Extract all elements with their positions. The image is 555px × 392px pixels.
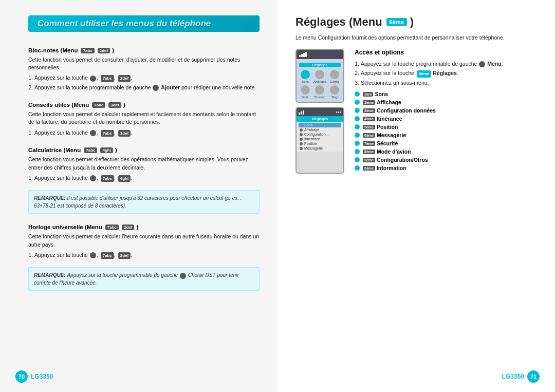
right-content: Réglages Sons Affichage [295,49,527,174]
conseils-steps: Appuyez sur la touche , 7abc, 3def. [28,129,260,139]
phone-menu-items: Sons Affichage Configuration... Iti [297,122,343,152]
section-calculatrice: Calculatrice (Menu 7abc 4ghi ) [28,147,260,153]
list-item: 1ère Sons [355,91,527,97]
bloc-notes-steps: Appuyez sur la touche , 7abc, 2def. Appu… [28,74,260,93]
list-item: 3ème Configuration données [355,107,527,114]
section-conseils: Conseils utiles (Menu 7abc 3def ) [28,102,260,108]
access-title: Accès et options [355,49,527,56]
reglages-title: Réglages (Menu 6ème ) [295,15,527,29]
page-title: Comment utiliser les menus du téléphone [28,15,260,32]
phone-mockup-area: Réglages Sons Affichage [295,49,347,174]
phone-screen-2: ●●● Réglages Sons Affichage [295,107,344,174]
menu-options-list: 1ère Sons 2ème Affichage [355,91,527,171]
page-number-left: 70 LG3350 [15,370,53,383]
right-page: Réglages (Menu 6ème ) Le menu Configurat… [278,0,555,392]
horloge-steps: Appuyez sur la touche , 7abc, 2def. [28,251,260,261]
right-text-area: Accès et options Appuyez sur la touche p… [355,49,527,174]
list-item: 6ème Messagerie [355,132,527,138]
list-item: 9ème Configuration/Otros [355,157,527,163]
list-item: 8ème Mode d'avion [355,148,527,155]
horloge-note: REMARQUE: Appuyez sur la touche programm… [28,267,260,291]
section-bloc-notes: Bloc-notes (Menu 7abc 2def ) [28,47,260,53]
list-item: 7ème Sécurité [355,140,527,146]
list-item: 5ème Position [355,124,527,130]
page-spread: Comment utiliser les menus du téléphone … [0,0,555,392]
calculatrice-note: REMARQUE: Il est possible d'utiliser jus… [28,190,260,214]
calculatrice-steps: Appuyez sur la touche , 7abc, 4ghi. [28,174,260,184]
left-page: Comment utiliser les menus du téléphone … [0,0,278,392]
list-item-information: 0ème Information [355,165,527,171]
access-steps: Appuyez sur la touche programmable de ga… [355,60,527,87]
list-item: 4ème Itinérance [355,116,527,122]
list-item: 2ème Affichage [355,99,527,105]
page-number-right: LG3350 71 [502,370,540,383]
section-horloge: Horloge universelle (Menu 7abc 2def ) [28,224,260,230]
phone-screen-1: Réglages Sons Affichage [295,49,344,103]
